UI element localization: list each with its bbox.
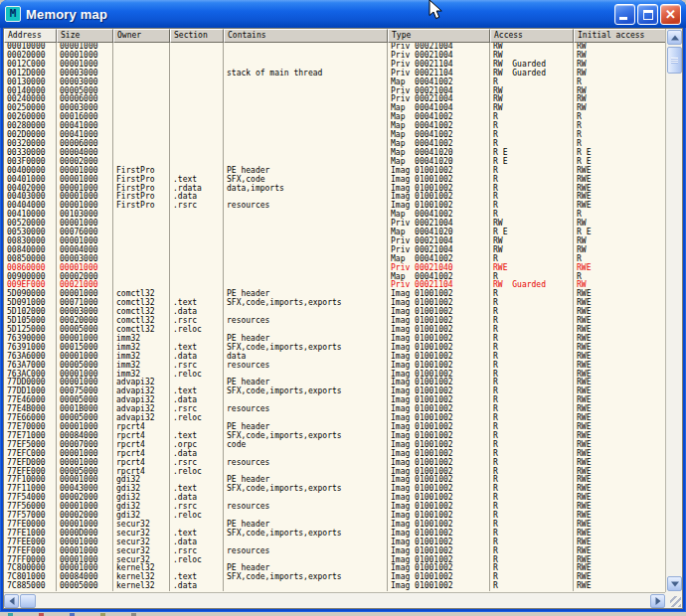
cell-contains: resources bbox=[224, 547, 388, 556]
column-header-initial-access[interactable]: Initial access bbox=[574, 29, 665, 43]
column-header-address[interactable]: Address bbox=[4, 29, 57, 43]
table-row[interactable]: 77E4B0000001B000advapi32.rsrcresourcesIm… bbox=[4, 405, 665, 414]
cell-initial-access: RWE bbox=[574, 202, 665, 211]
scroll-right-button[interactable] bbox=[650, 594, 665, 608]
table-row[interactable]: 7C88500000005000kernel32.dataImag 010010… bbox=[4, 582, 665, 591]
cell-initial-access: R bbox=[574, 78, 665, 87]
table-row[interactable]: 0040200000001000FirstPro.rdatadata,impor… bbox=[4, 185, 665, 194]
table-row[interactable]: 0085000000003000Map 00041002RR bbox=[4, 255, 665, 264]
cell-initial-access: RW bbox=[574, 95, 665, 104]
table-row[interactable]: 77E4600000005000advapi32.dataImag 010010… bbox=[4, 396, 665, 405]
table-row[interactable]: 77FEF00000001000secur32.rsrcresourcesIma… bbox=[4, 547, 665, 556]
table-row[interactable]: 0024000000006000Priv 00021004RWRW bbox=[4, 95, 665, 104]
table-row[interactable]: 77EF500000007000rpcrt4.orpccodeImag 0100… bbox=[4, 441, 665, 450]
horizontal-scroll-thumb[interactable] bbox=[20, 594, 36, 608]
column-header-contains[interactable]: Contains bbox=[224, 29, 388, 43]
table-row[interactable]: 0032000000006000Map 00041002RR bbox=[4, 140, 665, 149]
vertical-scroll-thumb[interactable] bbox=[667, 47, 682, 74]
column-header-access[interactable]: Access bbox=[490, 29, 574, 43]
table-row[interactable]: 0040400000001000FirstPro.rsrcresourcesIm… bbox=[4, 202, 665, 211]
scroll-up-icon bbox=[671, 35, 679, 40]
table-row[interactable]: 77DD100000075000advapi32.textSFX,code,im… bbox=[4, 387, 665, 396]
table-row[interactable]: 763A700000005000imm32.rsrcresourcesImag … bbox=[4, 362, 665, 371]
maximize-button[interactable] bbox=[637, 4, 658, 25]
close-button[interactable]: ✕ bbox=[660, 4, 681, 25]
table-row[interactable]: 77F5400000002000gdi32.dataImag 01001002R… bbox=[4, 494, 665, 503]
column-header-size[interactable]: Size bbox=[57, 29, 113, 43]
table-row[interactable]: 0040300000001000FirstPro.dataImag 010010… bbox=[4, 193, 665, 202]
table-row[interactable]: 763A600000001000imm32.datadataImag 01001… bbox=[4, 353, 665, 362]
cell-access: RW Guarded bbox=[490, 70, 574, 78]
cell-access: R bbox=[490, 468, 574, 477]
table-row[interactable]: 7639100000015000imm32.textSFX,code,impor… bbox=[4, 344, 665, 353]
minimize-button[interactable] bbox=[614, 4, 635, 25]
table-row[interactable]: 77F5700000002000gdi32.relocImag 01001002… bbox=[4, 512, 665, 521]
table-row[interactable]: 0086000000001000Priv 00021040RWERWE bbox=[4, 264, 665, 273]
table-row[interactable]: 77F5600000001000gdi32.rsrcresourcesImag … bbox=[4, 503, 665, 512]
cell-access: R bbox=[490, 459, 574, 468]
table-row[interactable]: 7C80100000084000kernel32.textSFX,code,im… bbox=[4, 573, 665, 582]
table-row[interactable]: 003F000000002000Map 00041020R ER E bbox=[4, 158, 665, 167]
cell-access: R bbox=[490, 371, 574, 380]
table-row[interactable]: 77E6600000005000advapi32.relocImag 01001… bbox=[4, 414, 665, 423]
column-header-type[interactable]: Type bbox=[388, 29, 490, 43]
table-row[interactable]: 0002000000001000Priv 00021004RWRW bbox=[4, 52, 665, 61]
table-row[interactable]: 763AC00000001000imm32.relocImag 01001002… bbox=[4, 371, 665, 380]
table-row[interactable]: 77EFD00000001000rpcrt4.rsrcresourcesImag… bbox=[4, 459, 665, 468]
table-row[interactable]: 77F1100000043000gdi32.textSFX,code,impor… bbox=[4, 485, 665, 494]
table-row[interactable]: 0053000000076000Map 00041020R ER E bbox=[4, 229, 665, 237]
table-row[interactable]: 0012C00000001000Priv 00021104RW GuardedR… bbox=[4, 61, 665, 70]
table-row[interactable]: 0026000000016000Map 00041002RR bbox=[4, 113, 665, 122]
table-row[interactable]: 002D000000041000Map 00041002RR bbox=[4, 131, 665, 140]
table-row[interactable]: 77EFC00000001000rpcrt4.dataImag 01001002… bbox=[4, 450, 665, 459]
table-row[interactable]: 77EFE00000005000rpcrt4.relocImag 0100100… bbox=[4, 468, 665, 477]
table-row[interactable]: 0084000000004000Priv 00021004RWRW bbox=[4, 246, 665, 255]
scroll-left-button[interactable] bbox=[4, 594, 19, 608]
table-body[interactable]: 0001000000001000Priv 00021004RWRW0002000… bbox=[4, 43, 665, 592]
table-row[interactable]: 0083000000001000Priv 00021004RWRW bbox=[4, 237, 665, 246]
table-row[interactable]: 0033000000004000Map 00041020R ER E bbox=[4, 149, 665, 158]
table-row[interactable]: 5D09100000071000comctl32.textSFX,code,im… bbox=[4, 299, 665, 308]
table-row[interactable]: 0041000000103000Map 00041002RR bbox=[4, 211, 665, 220]
table-row[interactable]: 0040100000001000FirstPro.textSFX,codeIma… bbox=[4, 176, 665, 185]
table-row[interactable]: 77FEE00000001000secur32.dataImag 0100100… bbox=[4, 539, 665, 547]
memory-map-client-area: AddressSizeOwnerSectionContainsTypeAcces… bbox=[3, 28, 683, 609]
table-row[interactable]: 009EF00000021000Priv 00021104RW GuardedR… bbox=[4, 281, 665, 290]
cell-address: 7C885000 bbox=[4, 582, 57, 591]
table-row[interactable]: 77E7100000084000rpcrt4.textSFX,code,impo… bbox=[4, 432, 665, 441]
table-row[interactable]: 5D12500000005000comctl32.relocImag 01001… bbox=[4, 326, 665, 335]
cell-access: RW bbox=[490, 104, 574, 113]
vertical-scrollbar[interactable] bbox=[665, 29, 682, 592]
scroll-up-button[interactable] bbox=[667, 30, 682, 45]
horizontal-scrollbar[interactable] bbox=[4, 592, 665, 608]
cell-section bbox=[170, 273, 224, 282]
table-row[interactable]: 77FE10000000D000secur32.textSFX,code,imp… bbox=[4, 530, 665, 539]
table-row[interactable]: 77FF000000001000secur32.relocImag 010010… bbox=[4, 556, 665, 565]
cell-initial-access: R bbox=[574, 211, 665, 220]
column-header-section[interactable]: Section bbox=[170, 29, 224, 43]
table-row[interactable]: 5D10500000020000comctl32.rsrcresourcesIm… bbox=[4, 317, 665, 326]
cell-section bbox=[170, 78, 224, 87]
table-row[interactable]: 5D10200000003000comctl32.dataImag 010010… bbox=[4, 308, 665, 317]
cell-contains bbox=[224, 43, 388, 52]
cell-access: R bbox=[490, 450, 574, 459]
table-row[interactable]: 0028000000041000Map 00041002RR bbox=[4, 122, 665, 131]
column-header-owner[interactable]: Owner bbox=[113, 29, 170, 43]
cell-access: R bbox=[490, 167, 574, 176]
table-row[interactable]: 0012D00000003000stack of main threadPriv… bbox=[4, 70, 665, 78]
table-row[interactable]: 0013000000003000Map 00041002RR bbox=[4, 78, 665, 87]
table-row[interactable]: 0052000000001000Priv 00021004RWRW bbox=[4, 220, 665, 229]
window-menu-icon[interactable]: M bbox=[5, 6, 21, 22]
resize-corner[interactable] bbox=[665, 592, 682, 608]
cell-contains bbox=[224, 255, 388, 264]
title-bar[interactable]: M Memory map ✕ bbox=[0, 0, 686, 28]
table-row[interactable]: 0025000000003000Map 00041004RWRW bbox=[4, 104, 665, 113]
cell-access: RW bbox=[490, 246, 574, 255]
scroll-down-button[interactable] bbox=[667, 576, 682, 591]
table-row[interactable]: 0040000000001000FirstProPE headerImag 01… bbox=[4, 167, 665, 176]
table-row[interactable]: 0001000000001000Priv 00021004RWRW bbox=[4, 43, 665, 52]
cell-section bbox=[170, 61, 224, 70]
table-row[interactable]: 0014000000005000Priv 00021004RWRW bbox=[4, 87, 665, 96]
cell-section bbox=[170, 131, 224, 140]
table-row[interactable]: 0090000000002000Map 00041002RR bbox=[4, 273, 665, 282]
